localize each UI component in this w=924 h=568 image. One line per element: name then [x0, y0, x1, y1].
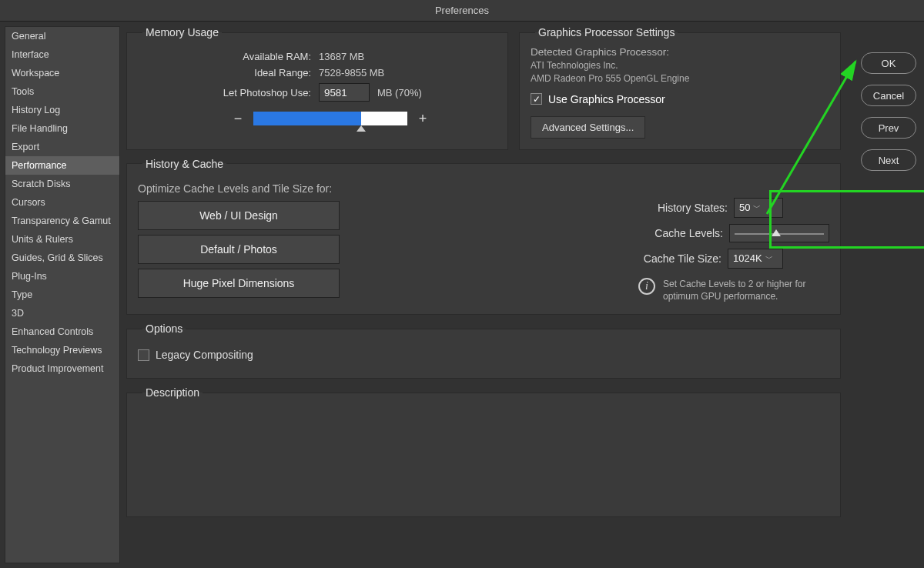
options-legend: Options [142, 322, 186, 335]
history-states-select[interactable]: 50 ﹀ [734, 198, 783, 218]
sidebar-item-technology-previews[interactable]: Technology Previews [5, 341, 119, 359]
memory-usage-legend: Memory Usage [142, 26, 222, 38]
ideal-range-label: Ideal Range: [138, 67, 311, 79]
gpu-settings-legend: Graphics Processor Settings [535, 26, 678, 38]
cache-preset-default-button[interactable]: Default / Photos [138, 235, 340, 264]
sidebar-item-guides-grid-slices[interactable]: Guides, Grid & Slices [5, 249, 119, 267]
cache-tile-size-select[interactable]: 1024K ﹀ [728, 249, 783, 269]
legacy-compositing-label: Legacy Compositing [156, 349, 253, 361]
memory-usage-panel: Memory Usage Available RAM: 13687 MB Ide… [126, 26, 508, 150]
sidebar-item-performance[interactable]: Performance [5, 156, 119, 175]
ok-button[interactable]: OK [861, 52, 916, 74]
window-title: Preferences [0, 0, 924, 22]
sidebar-item-interface[interactable]: Interface [5, 45, 119, 64]
sidebar-item-general[interactable]: General [5, 27, 119, 45]
detected-gpu-label: Detected Graphics Processor: [531, 46, 829, 58]
sidebar-item-workspace[interactable]: Workspace [5, 64, 119, 82]
description-legend: Description [142, 386, 203, 399]
gpu-model: AMD Radeon Pro 555 OpenGL Engine [531, 72, 829, 85]
history-cache-panel: History & Cache Optimize Cache Levels an… [126, 158, 841, 316]
cache-info-text: Set Cache Levels to 2 or higher for opti… [663, 278, 825, 304]
sidebar-item-export[interactable]: Export [5, 138, 119, 156]
cache-preset-web-button[interactable]: Web / UI Design [138, 201, 340, 230]
next-button[interactable]: Next [861, 149, 916, 171]
cache-tile-size-label: Cache Tile Size: [644, 252, 721, 265]
memory-slider[interactable] [253, 112, 407, 125]
cancel-button[interactable]: Cancel [861, 85, 916, 106]
history-states-label: History States: [658, 202, 728, 214]
optimize-cache-label: Optimize Cache Levels and Tile Size for: [138, 182, 507, 195]
sidebar-item-plug-ins[interactable]: Plug-Ins [5, 267, 119, 286]
chevron-down-icon: ﹀ [765, 253, 773, 264]
let-photoshop-use-input[interactable] [319, 83, 370, 102]
description-panel: Description [126, 386, 841, 517]
sidebar-item-enhanced-controls[interactable]: Enhanced Controls [5, 322, 119, 341]
sidebar-item-units-rulers[interactable]: Units & Rulers [5, 230, 119, 249]
legacy-compositing-checkbox[interactable] [138, 349, 149, 361]
dialog-buttons: OK Cancel Prev Next [861, 52, 916, 171]
cache-levels-slider[interactable] [729, 224, 829, 242]
sidebar-item-file-handling[interactable]: File Handling [5, 119, 119, 138]
available-ram-value: 13687 MB [319, 51, 364, 62]
advanced-settings-button[interactable]: Advanced Settings... [531, 116, 645, 139]
sidebar-item-cursors[interactable]: Cursors [5, 193, 119, 212]
gpu-settings-panel: Graphics Processor Settings Detected Gra… [519, 26, 841, 150]
chevron-down-icon: ﹀ [753, 202, 761, 213]
sidebar-item-product-improvement[interactable]: Product Improvement [5, 359, 119, 378]
let-photoshop-use-label: Let Photoshop Use: [138, 87, 311, 99]
available-ram-label: Available RAM: [138, 51, 311, 62]
sidebar-item-3d[interactable]: 3D [5, 304, 119, 322]
memory-slider-minus[interactable]: − [230, 111, 246, 126]
cache-tile-size-value: 1024K [733, 252, 762, 264]
history-cache-legend: History & Cache [142, 158, 226, 170]
use-gpu-label: Use Graphics Processor [548, 93, 665, 105]
ideal-range-value: 7528-9855 MB [319, 67, 384, 79]
prev-button[interactable]: Prev [861, 117, 916, 139]
gpu-vendor: ATI Technologies Inc. [531, 59, 829, 72]
sidebar-item-scratch-disks[interactable]: Scratch Disks [5, 175, 119, 193]
history-states-value: 50 [739, 202, 750, 213]
sidebar-item-history-log[interactable]: History Log [5, 101, 119, 119]
info-icon: i [638, 278, 655, 295]
preferences-sidebar: GeneralInterfaceWorkspaceToolsHistory Lo… [5, 26, 120, 563]
memory-slider-plus[interactable]: + [415, 111, 430, 126]
cache-levels-label: Cache Levels: [654, 227, 723, 239]
use-gpu-checkbox[interactable] [531, 93, 542, 105]
sidebar-item-tools[interactable]: Tools [5, 82, 119, 101]
sidebar-item-transparency-gamut[interactable]: Transparency & Gamut [5, 212, 119, 230]
let-photoshop-use-unit: MB (70%) [377, 87, 422, 99]
sidebar-item-type[interactable]: Type [5, 286, 119, 304]
cache-preset-huge-button[interactable]: Huge Pixel Dimensions [138, 269, 340, 298]
options-panel: Options Legacy Compositing [126, 322, 841, 379]
